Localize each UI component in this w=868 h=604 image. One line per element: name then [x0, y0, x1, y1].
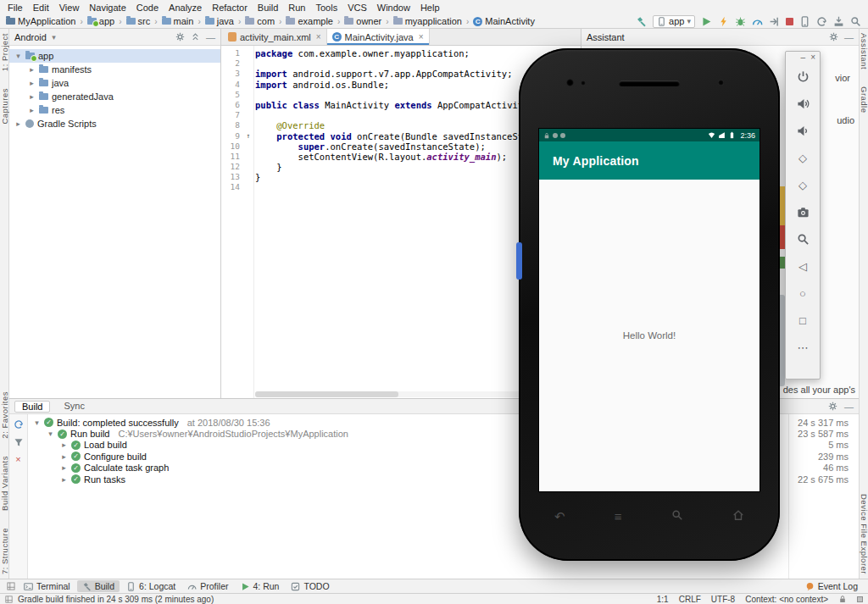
- stripe-device-file-explorer[interactable]: Device File Explorer: [860, 494, 868, 574]
- menu-file[interactable]: File: [3, 2, 28, 14]
- breadcrumb-src[interactable]: src: [124, 16, 153, 26]
- emulator-volume-down-button[interactable]: [793, 121, 812, 140]
- tree-arrow-icon[interactable]: ▸: [28, 92, 36, 101]
- emulator-back-button[interactable]: ◁: [793, 257, 812, 275]
- status-line-ending[interactable]: CRLF: [679, 595, 701, 604]
- tree-arrow-icon[interactable]: ▸: [28, 106, 36, 114]
- status-encoding[interactable]: UTF-8: [711, 595, 735, 604]
- menu-run[interactable]: Run: [283, 2, 310, 14]
- tab-activity-main-xml[interactable]: activity_main.xml×: [223, 29, 327, 45]
- breadcrumb-java[interactable]: java: [203, 16, 236, 26]
- stripe-7-structure[interactable]: 7: Structure: [0, 528, 9, 574]
- stripe-gradle[interactable]: Gradle: [860, 86, 868, 114]
- tool-window-switcher-icon[interactable]: [7, 582, 15, 590]
- sync-project-button[interactable]: [816, 16, 827, 27]
- build-tab-build[interactable]: Build: [14, 401, 50, 413]
- tree-arrow-icon[interactable]: ▸: [60, 441, 68, 449]
- menu-edit[interactable]: Edit: [28, 2, 54, 14]
- menu-analyze[interactable]: Analyze: [164, 2, 207, 14]
- filter-icon[interactable]: [14, 437, 24, 447]
- breadcrumb-myapplication[interactable]: myapplication: [391, 16, 465, 26]
- attach-debugger-button[interactable]: [769, 16, 780, 27]
- toolwindow-4-run[interactable]: 4: Run: [236, 580, 285, 592]
- close-icon[interactable]: ×: [15, 455, 20, 464]
- menu-build[interactable]: Build: [253, 2, 283, 14]
- tree-arrow-icon[interactable]: ▾: [14, 52, 22, 60]
- status-caret-position[interactable]: 1:1: [657, 595, 669, 604]
- stripe-captures[interactable]: Captures: [0, 88, 9, 125]
- stripe-build-variants[interactable]: Build Variants: [0, 456, 9, 511]
- run-config-selector[interactable]: app▾: [653, 15, 695, 28]
- emulator-screenshot-button[interactable]: [793, 202, 812, 221]
- stripe-toggle-icon[interactable]: [5, 596, 13, 603]
- tree-item-res[interactable]: ▸res: [9, 103, 220, 117]
- build-project-button[interactable]: [636, 16, 647, 27]
- write-access-icon[interactable]: [838, 595, 847, 603]
- menu-navigate[interactable]: Navigate: [84, 2, 131, 14]
- stripe-2-favorites[interactable]: 2: Favorites: [0, 391, 9, 439]
- tree-item-manifests[interactable]: ▸manifests: [9, 63, 220, 76]
- emulator-power-button[interactable]: [793, 67, 812, 86]
- tree-item-generatedjava[interactable]: ▸generatedJava: [9, 90, 220, 103]
- avd-manager-button[interactable]: [799, 16, 810, 27]
- breadcrumb-com[interactable]: com: [242, 16, 277, 26]
- rerun-build-icon[interactable]: [14, 419, 24, 429]
- stop-button[interactable]: [786, 18, 793, 25]
- tree-item-gradle-scripts[interactable]: ▸Gradle Scripts: [9, 117, 220, 130]
- phone-menu-button[interactable]: ≡: [615, 510, 622, 523]
- phone-screen[interactable]: 2:36 My Application Hello World!: [538, 128, 760, 492]
- toolwindow-event-log[interactable]: Event Log: [800, 580, 863, 592]
- menu-window[interactable]: Window: [372, 2, 415, 14]
- hide-panel-icon[interactable]: —: [844, 32, 854, 42]
- emulator-rotate-left-button[interactable]: ◇: [793, 148, 812, 167]
- tree-arrow-icon[interactable]: ▸: [14, 119, 22, 128]
- emulator-rotate-right-button[interactable]: ◇: [793, 175, 812, 194]
- collapse-all-icon[interactable]: [191, 32, 200, 42]
- toolwindow-6-logcat[interactable]: 6: Logcat: [121, 580, 181, 592]
- menu-refactor[interactable]: Refactor: [207, 2, 253, 14]
- hide-panel-icon[interactable]: —: [844, 402, 854, 412]
- run-button[interactable]: [701, 16, 712, 27]
- build-tab-sync[interactable]: Sync: [57, 401, 91, 413]
- breadcrumb-app[interactable]: app: [85, 16, 117, 26]
- project-view-selector[interactable]: Android: [14, 32, 47, 42]
- breadcrumb-myapplication[interactable]: MyApplication: [3, 16, 78, 26]
- breadcrumb-example[interactable]: example: [283, 16, 336, 26]
- sdk-manager-button[interactable]: [833, 16, 844, 27]
- tree-arrow-icon[interactable]: ▸: [60, 475, 68, 484]
- emulator-more-button[interactable]: ⋯: [793, 338, 812, 357]
- close-icon[interactable]: ×: [419, 32, 424, 42]
- tree-arrow-icon[interactable]: ▾: [47, 429, 54, 438]
- gear-icon[interactable]: [828, 402, 837, 411]
- debug-button[interactable]: [735, 16, 746, 27]
- minimize-button[interactable]: –: [801, 53, 806, 62]
- emulator-overview-button[interactable]: □: [793, 311, 812, 330]
- emulator-volume-up-button[interactable]: [793, 94, 812, 113]
- tree-arrow-icon[interactable]: ▸: [28, 65, 36, 74]
- close-icon[interactable]: ×: [316, 32, 321, 42]
- breadcrumb-main[interactable]: main: [159, 16, 197, 26]
- tree-arrow-icon[interactable]: ▸: [60, 452, 68, 461]
- emulator-zoom-button[interactable]: [793, 230, 812, 248]
- phone-home-button[interactable]: [732, 509, 744, 523]
- apply-changes-button[interactable]: [718, 16, 729, 27]
- gear-icon[interactable]: [829, 32, 838, 42]
- menu-vcs[interactable]: VCS: [342, 2, 372, 14]
- menu-view[interactable]: View: [54, 2, 85, 14]
- menu-code[interactable]: Code: [131, 2, 164, 14]
- toolwindow-build[interactable]: Build: [77, 580, 120, 592]
- stripe-1-project[interactable]: 1: Project: [0, 33, 9, 71]
- profile-button[interactable]: [752, 16, 763, 27]
- breadcrumb-owner[interactable]: owner: [342, 16, 384, 26]
- tab-mainactivity-java[interactable]: CMainActivity.java×: [327, 29, 430, 45]
- menu-tools[interactable]: Tools: [310, 2, 342, 14]
- stripe-assistant[interactable]: Assistant: [860, 33, 868, 69]
- tree-arrow-icon[interactable]: ▸: [28, 79, 36, 87]
- gear-icon[interactable]: [175, 32, 185, 42]
- tree-arrow-icon[interactable]: ▸: [60, 463, 68, 472]
- phone-search-button[interactable]: [671, 509, 683, 523]
- menu-help[interactable]: Help: [415, 2, 445, 14]
- toolwindow-profiler[interactable]: Profiler: [182, 580, 233, 592]
- status-context[interactable]: Context: <no context>: [745, 595, 828, 604]
- phone-back-button[interactable]: ↶: [554, 510, 565, 523]
